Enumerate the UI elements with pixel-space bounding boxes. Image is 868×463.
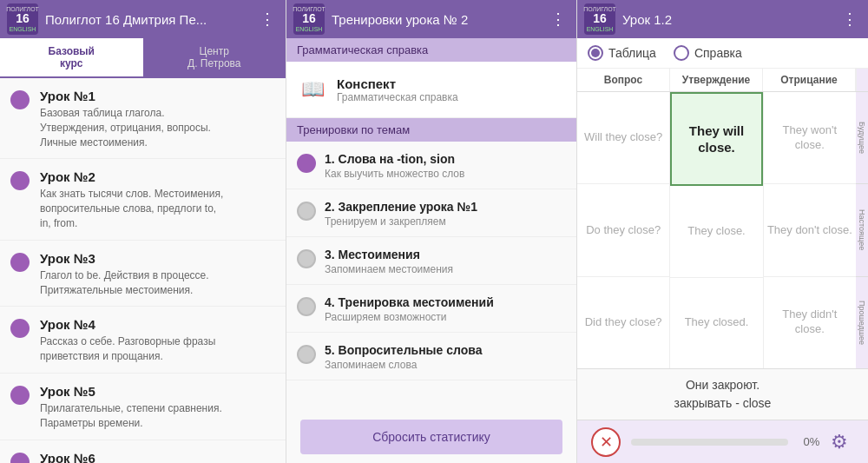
- panel-trainings: ПОЛИГЛОТ 16 ENGLISH Тренировки урока № 2…: [286, 0, 577, 463]
- lesson-dot-4: [10, 319, 30, 338]
- cell-affirmation-2[interactable]: They closed.: [670, 278, 762, 368]
- logo3-num: 16: [593, 12, 607, 25]
- lesson-content-1: Урок №1 Базовая таблица глагола. Утвержд…: [40, 89, 211, 149]
- app-logo-3: ПОЛИГЛОТ 16 ENGLISH: [584, 3, 615, 35]
- training-title-3: 3. Местоимения: [325, 248, 453, 261]
- training-dot-4: [297, 297, 316, 316]
- tab-petrov-center[interactable]: Центр Д. Петрова: [143, 38, 286, 78]
- panel3-menu-icon[interactable]: ⋮: [838, 6, 861, 32]
- lesson-item-3[interactable]: Урок №3 Глагол to be. Действия в процесс…: [0, 241, 286, 308]
- lesson-title-4: Урок №4: [40, 317, 215, 332]
- cell-negation-1[interactable]: They don't close.: [764, 184, 856, 276]
- logo2-bot: ENGLISH: [296, 26, 323, 33]
- column-question: Will they close?Do they close?Did they c…: [577, 92, 670, 368]
- radio-help-circle: [674, 45, 689, 61]
- translation-bar: Они закроют. закрывать - close: [577, 368, 868, 420]
- radio-table-label: Таблица: [608, 46, 656, 60]
- cell-question-0[interactable]: Will they close?: [577, 92, 669, 184]
- panel-lessons: ПОЛИГЛОТ 16 ENGLISH Полиглот 16 Дмитрия …: [0, 0, 286, 463]
- panel3-title: Урок 1.2: [622, 12, 838, 27]
- training-title-4: 4. Тренировка местоимений: [325, 295, 494, 309]
- progress-label: 0%: [799, 435, 825, 448]
- training-content-1: 1. Слова на -tion, sion Как выучить множ…: [325, 152, 464, 180]
- lesson-dot-2: [10, 171, 30, 190]
- training-item-3[interactable]: 3. Местоимения Запоминаем местоимения: [286, 237, 576, 285]
- lesson-content-3: Урок №3 Глагол to be. Действия в процесс…: [40, 251, 209, 298]
- column-time-labels: БудущееНастоящееПрошедшее: [856, 92, 868, 368]
- training-list: 1. Слова на -tion, sion Как выучить множ…: [286, 142, 576, 411]
- col-header-negation: Отрицание: [763, 69, 856, 91]
- lesson-item-5[interactable]: Урок №5 Прилагательные, степени сравнени…: [0, 374, 286, 440]
- training-dot-5: [297, 345, 316, 364]
- training-subtitle-1: Как выучить множество слов: [325, 168, 464, 180]
- grammar-text: Конспект Грамматическая справка: [337, 76, 458, 103]
- panel1-menu-icon[interactable]: ⋮: [256, 6, 279, 32]
- lesson-desc-3: Глагол to be. Действия в процессе. Притя…: [40, 268, 209, 298]
- training-item-2[interactable]: 2. Закрепление урока №1 Тренируем и закр…: [286, 189, 576, 237]
- panel3-header: ПОЛИГЛОТ 16 ENGLISH Урок 1.2 ⋮: [577, 0, 868, 38]
- app-logo-2: ПОЛИГЛОТ 16 ENGLISH: [293, 3, 325, 35]
- reset-button-wrap: Сбросить статистику: [286, 411, 576, 463]
- lesson-dot-6: [10, 453, 30, 463]
- lesson-content-5: Урок №5 Прилагательные, степени сравнени…: [40, 384, 222, 431]
- training-content-4: 4. Тренировка местоимений Расширяем возм…: [325, 295, 494, 323]
- logo-bot-text: ENGLISH: [10, 26, 36, 33]
- lesson-desc-5: Прилагательные, степени сравнения. Парам…: [40, 401, 222, 431]
- settings-icon: ⚙: [831, 431, 848, 453]
- cell-negation-2[interactable]: They didn't close.: [764, 277, 856, 368]
- lesson-title-3: Урок №3: [40, 251, 209, 266]
- grammar-title: Конспект: [337, 76, 458, 91]
- training-subtitle-4: Расширяем возможности: [325, 311, 494, 323]
- lesson-desc-2: Как знать тысячи слов. Местоимения, вопр…: [40, 187, 223, 230]
- training-subtitle-5: Запоминаем слова: [325, 359, 482, 371]
- column-affirmation: They will close.They close.They closed.: [670, 92, 763, 368]
- training-content-3: 3. Местоимения Запоминаем местоимения: [325, 248, 453, 275]
- lesson-desc-4: Рассказ о себе. Разговорные фразы привет…: [40, 334, 215, 364]
- book-icon: 📖: [297, 74, 328, 105]
- training-content-5: 5. Вопросительные слова Запоминаем слова: [325, 343, 482, 371]
- training-item-5[interactable]: 5. Вопросительные слова Запоминаем слова: [286, 333, 576, 380]
- lesson-item-6[interactable]: Урок №6: [0, 440, 286, 463]
- lesson-title-1: Урок №1: [40, 89, 211, 103]
- radio-help[interactable]: Справка: [674, 45, 742, 61]
- training-subtitle-2: Тренируем и закрепляем: [325, 215, 477, 228]
- column-negation: They won't close.They don't close.They d…: [764, 92, 856, 368]
- logo3-bot: ENGLISH: [587, 26, 614, 33]
- grammar-item[interactable]: 📖 Конспект Грамматическая справка: [286, 62, 576, 118]
- training-content-2: 2. Закрепление урока №1 Тренируем и закр…: [325, 200, 477, 228]
- panel2-menu-icon[interactable]: ⋮: [547, 6, 569, 32]
- cell-negation-0[interactable]: They won't close.: [764, 92, 856, 184]
- table-body: Will they close?Do they close?Did they c…: [577, 92, 868, 368]
- close-button[interactable]: ✕: [591, 427, 621, 457]
- lesson-content-6: Урок №6: [40, 451, 95, 463]
- radio-help-label: Справка: [694, 46, 742, 60]
- cell-question-1[interactable]: Do they close?: [577, 184, 669, 276]
- lesson-dot-3: [10, 253, 30, 272]
- lesson-list: Урок №1 Базовая таблица глагола. Утвержд…: [0, 78, 286, 463]
- training-dot-3: [297, 249, 316, 268]
- tab-base-course[interactable]: Базовый курс: [0, 38, 143, 78]
- verb-table: Вопрос Утверждение Отрицание Will they c…: [577, 69, 868, 368]
- cell-question-2[interactable]: Did they close?: [577, 277, 669, 368]
- training-item-4[interactable]: 4. Тренировка местоимений Расширяем возм…: [286, 285, 576, 333]
- radio-table[interactable]: Таблица: [588, 45, 656, 61]
- reset-button[interactable]: Сбросить статистику: [300, 420, 562, 454]
- lesson-item-4[interactable]: Урок №4 Рассказ о себе. Разговорные фраз…: [0, 307, 286, 374]
- grammar-section-header: Грамматическая справка: [286, 38, 576, 62]
- lesson-title-5: Урок №5: [40, 384, 222, 399]
- lesson-content-4: Урок №4 Рассказ о себе. Разговорные фраз…: [40, 317, 215, 364]
- settings-button[interactable]: ⚙: [825, 427, 854, 457]
- grammar-subtitle: Грамматическая справка: [337, 91, 458, 103]
- lesson-desc-1: Базовая таблица глагола. Утверждения, от…: [40, 106, 211, 149]
- cell-affirmation-1[interactable]: They close.: [670, 186, 762, 277]
- lesson-title-6: Урок №6: [40, 451, 95, 463]
- lesson-item-1[interactable]: Урок №1 Базовая таблица глагола. Утвержд…: [0, 78, 286, 159]
- training-title-1: 1. Слова на -tion, sion: [325, 152, 464, 166]
- training-item-1[interactable]: 1. Слова на -tion, sion Как выучить множ…: [286, 142, 576, 189]
- panel1-title: Полиглот 16 Дмитрия Пе...: [45, 12, 256, 27]
- training-dot-1: [297, 154, 316, 173]
- panel-table: ПОЛИГЛОТ 16 ENGLISH Урок 1.2 ⋮ Таблица С…: [577, 0, 868, 463]
- cell-affirmation-0[interactable]: They will close.: [670, 92, 762, 186]
- lesson-item-2[interactable]: Урок №2 Как знать тысячи слов. Местоимен…: [0, 159, 286, 240]
- progress-bar: [631, 439, 788, 446]
